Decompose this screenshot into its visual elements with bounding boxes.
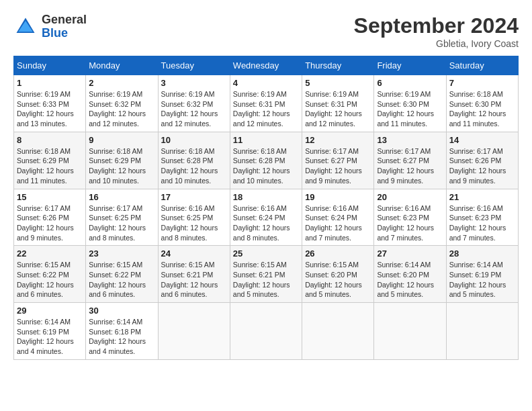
day-number: 11 [233,135,299,145]
calendar-cell: 25 Sunrise: 6:15 AM Sunset: 6:21 PM Dayl… [230,246,302,303]
day-number: 12 [305,135,371,145]
day-info: Sunrise: 6:18 AM Sunset: 6:28 PM Dayligh… [233,146,299,186]
day-number: 5 [305,78,371,88]
logo: General Blue [13,13,87,40]
logo-icon [13,15,38,39]
calendar-cell: 1 Sunrise: 6:19 AM Sunset: 6:33 PM Dayli… [14,75,86,132]
calendar-week-row: 8 Sunrise: 6:18 AM Sunset: 6:29 PM Dayli… [14,132,519,189]
day-number: 6 [377,78,443,88]
weekday-header: Friday [374,56,446,75]
weekday-header-row: SundayMondayTuesdayWednesdayThursdayFrid… [14,56,519,75]
day-number: 27 [377,248,443,259]
calendar-cell: 4 Sunrise: 6:19 AM Sunset: 6:31 PM Dayli… [230,75,302,132]
day-info: Sunrise: 6:16 AM Sunset: 6:24 PM Dayligh… [305,203,371,243]
weekday-header: Tuesday [158,56,230,75]
day-info: Sunrise: 6:18 AM Sunset: 6:29 PM Dayligh… [89,146,154,186]
day-info: Sunrise: 6:19 AM Sunset: 6:32 PM Dayligh… [89,89,154,129]
calendar-week-row: 1 Sunrise: 6:19 AM Sunset: 6:33 PM Dayli… [14,75,519,132]
day-number: 14 [449,135,515,145]
logo-text: General Blue [42,13,87,40]
day-info: Sunrise: 6:14 AM Sunset: 6:19 PM Dayligh… [17,317,83,357]
calendar-cell: 2 Sunrise: 6:19 AM Sunset: 6:32 PM Dayli… [86,75,158,132]
calendar-cell [302,303,374,360]
calendar-cell [158,303,230,360]
day-info: Sunrise: 6:17 AM Sunset: 6:26 PM Dayligh… [449,146,515,186]
calendar-cell: 8 Sunrise: 6:18 AM Sunset: 6:29 PM Dayli… [14,132,86,189]
calendar-cell [230,303,302,360]
day-info: Sunrise: 6:19 AM Sunset: 6:33 PM Dayligh… [17,89,83,129]
day-info: Sunrise: 6:14 AM Sunset: 6:19 PM Dayligh… [449,260,515,300]
logo-blue: Blue [42,26,68,40]
day-number: 18 [233,192,299,202]
calendar-cell: 27 Sunrise: 6:14 AM Sunset: 6:20 PM Dayl… [374,246,446,303]
day-info: Sunrise: 6:19 AM Sunset: 6:30 PM Dayligh… [377,89,443,129]
day-number: 3 [161,78,227,88]
day-number: 2 [89,78,154,88]
day-number: 9 [89,135,154,145]
day-number: 29 [17,306,83,316]
day-number: 20 [377,192,443,202]
calendar-cell: 22 Sunrise: 6:15 AM Sunset: 6:22 PM Dayl… [14,246,86,303]
weekday-header: Thursday [302,56,374,75]
day-number: 24 [161,248,227,259]
day-number: 21 [449,192,515,202]
calendar-cell: 17 Sunrise: 6:16 AM Sunset: 6:25 PM Dayl… [158,189,230,246]
calendar-cell: 18 Sunrise: 6:16 AM Sunset: 6:24 PM Dayl… [230,189,302,246]
day-info: Sunrise: 6:16 AM Sunset: 6:23 PM Dayligh… [449,203,515,243]
day-info: Sunrise: 6:16 AM Sunset: 6:23 PM Dayligh… [377,203,443,243]
calendar-cell: 11 Sunrise: 6:18 AM Sunset: 6:28 PM Dayl… [230,132,302,189]
title-area: September 2024 Gbletia, Ivory Coast [354,13,519,49]
calendar-cell [374,303,446,360]
calendar-cell: 12 Sunrise: 6:17 AM Sunset: 6:27 PM Dayl… [302,132,374,189]
day-info: Sunrise: 6:15 AM Sunset: 6:21 PM Dayligh… [161,260,227,300]
calendar-cell: 14 Sunrise: 6:17 AM Sunset: 6:26 PM Dayl… [446,132,518,189]
calendar-cell: 6 Sunrise: 6:19 AM Sunset: 6:30 PM Dayli… [374,75,446,132]
day-info: Sunrise: 6:15 AM Sunset: 6:22 PM Dayligh… [89,260,154,300]
day-info: Sunrise: 6:18 AM Sunset: 6:28 PM Dayligh… [161,146,227,186]
day-number: 10 [161,135,227,145]
day-number: 17 [161,192,227,202]
day-number: 1 [17,78,83,88]
day-info: Sunrise: 6:19 AM Sunset: 6:31 PM Dayligh… [233,89,299,129]
weekday-header: Sunday [14,56,86,75]
calendar-cell: 20 Sunrise: 6:16 AM Sunset: 6:23 PM Dayl… [374,189,446,246]
day-info: Sunrise: 6:16 AM Sunset: 6:24 PM Dayligh… [233,203,299,243]
calendar-cell: 15 Sunrise: 6:17 AM Sunset: 6:26 PM Dayl… [14,189,86,246]
day-number: 4 [233,78,299,88]
calendar-cell: 9 Sunrise: 6:18 AM Sunset: 6:29 PM Dayli… [86,132,158,189]
day-number: 30 [89,306,154,316]
day-number: 23 [89,248,154,259]
day-number: 15 [17,192,83,202]
day-info: Sunrise: 6:14 AM Sunset: 6:18 PM Dayligh… [89,317,154,357]
weekday-header: Saturday [446,56,518,75]
month-title: September 2024 [354,13,519,38]
calendar-week-row: 15 Sunrise: 6:17 AM Sunset: 6:26 PM Dayl… [14,189,519,246]
calendar-cell [446,303,518,360]
day-info: Sunrise: 6:16 AM Sunset: 6:25 PM Dayligh… [161,203,227,243]
weekday-header: Monday [86,56,158,75]
day-info: Sunrise: 6:15 AM Sunset: 6:21 PM Dayligh… [233,260,299,300]
day-number: 13 [377,135,443,145]
day-info: Sunrise: 6:14 AM Sunset: 6:20 PM Dayligh… [377,260,443,300]
day-number: 28 [449,248,515,259]
calendar-cell: 10 Sunrise: 6:18 AM Sunset: 6:28 PM Dayl… [158,132,230,189]
day-number: 26 [305,248,371,259]
weekday-header: Wednesday [230,56,302,75]
day-info: Sunrise: 6:19 AM Sunset: 6:32 PM Dayligh… [161,89,227,129]
logo-general: General [42,13,87,26]
calendar-cell: 26 Sunrise: 6:15 AM Sunset: 6:20 PM Dayl… [302,246,374,303]
calendar-cell: 13 Sunrise: 6:17 AM Sunset: 6:27 PM Dayl… [374,132,446,189]
calendar-cell: 19 Sunrise: 6:16 AM Sunset: 6:24 PM Dayl… [302,189,374,246]
day-info: Sunrise: 6:15 AM Sunset: 6:20 PM Dayligh… [305,260,371,300]
day-number: 19 [305,192,371,202]
calendar-cell: 5 Sunrise: 6:19 AM Sunset: 6:31 PM Dayli… [302,75,374,132]
day-number: 7 [449,78,515,88]
day-number: 16 [89,192,154,202]
calendar-cell: 3 Sunrise: 6:19 AM Sunset: 6:32 PM Dayli… [158,75,230,132]
calendar-cell: 23 Sunrise: 6:15 AM Sunset: 6:22 PM Dayl… [86,246,158,303]
header: General Blue September 2024 Gbletia, Ivo… [13,13,519,49]
calendar-week-row: 22 Sunrise: 6:15 AM Sunset: 6:22 PM Dayl… [14,246,519,303]
day-info: Sunrise: 6:15 AM Sunset: 6:22 PM Dayligh… [17,260,83,300]
day-info: Sunrise: 6:17 AM Sunset: 6:27 PM Dayligh… [377,146,443,186]
calendar-cell: 30 Sunrise: 6:14 AM Sunset: 6:18 PM Dayl… [86,303,158,360]
